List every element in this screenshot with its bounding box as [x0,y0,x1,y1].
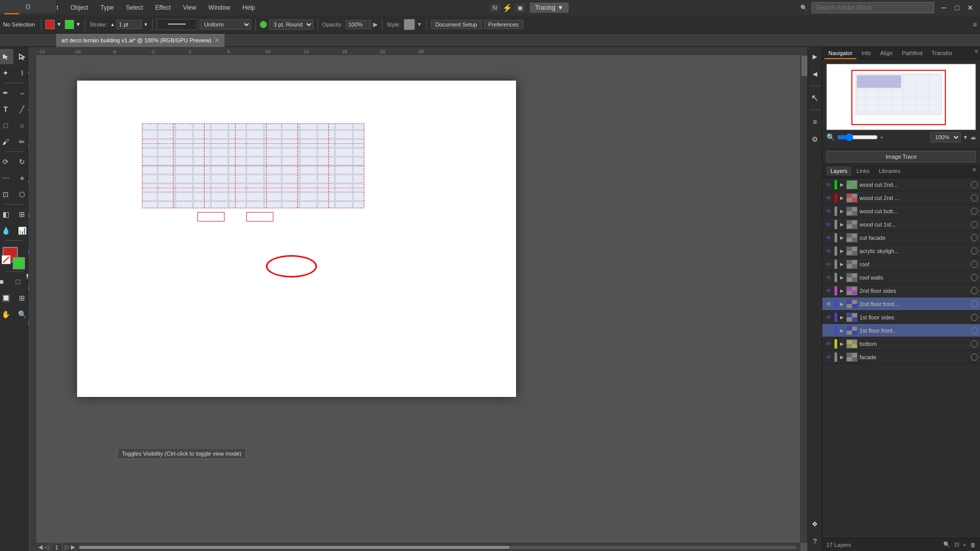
tab-info[interactable]: Info [857,48,875,59]
layer-expand-icon[interactable]: ▶ [838,274,845,281]
document-setup-button[interactable]: Document Setup [431,20,482,29]
mesh-tool[interactable]: ⊞ [14,207,30,222]
layer-visibility-toggle[interactable]: 👁 [824,220,832,229]
chart-tool[interactable]: 📊 [14,223,30,238]
zoom-glass-tool[interactable]: 🔍 [14,307,30,322]
zoom-select[interactable]: 100% [930,132,961,142]
perspective-tool[interactable]: ⬡ [14,187,30,202]
tab-align[interactable]: Align [876,48,896,59]
layer-search-icon[interactable]: 🔍 [943,541,950,548]
layer-row[interactable]: 👁▶bottom [822,337,980,350]
minimize-button[interactable]: ─ [938,2,949,13]
scroll-next-icon[interactable]: ▷ [65,544,69,550]
eyedropper-tool[interactable]: 💧 [0,223,13,238]
menu-view[interactable]: View [181,3,199,12]
collapse-icon[interactable]: ❖ [807,516,823,532]
layer-visibility-toggle[interactable]: 👁 [824,181,832,189]
layer-target-circle[interactable] [971,194,978,202]
scroll-right-icon[interactable]: ▶ [71,544,75,550]
uniform-select[interactable]: Uniform Variable Width [200,19,251,30]
properties-icon[interactable]: ▶ [807,49,823,64]
layer-row[interactable]: 👁▶roof [822,258,980,271]
tracing-button[interactable]: Tracing ▼ [530,3,568,13]
layer-visibility-toggle[interactable]: 👁 [824,287,832,295]
background-color[interactable] [13,257,25,269]
magic-wand-tool[interactable]: ✦ [0,65,13,81]
envelope-tool[interactable]: ⊡ [0,187,13,202]
image-trace-button[interactable]: Image Trace [826,151,976,162]
rotate-tool[interactable]: ↻ [14,154,30,169]
adobe-stock-search[interactable] [812,2,934,13]
fill-square[interactable]: ■ [0,274,9,289]
layer-row[interactable]: 👁▶wood cut 2nd ... [822,191,980,205]
paintbrush-tool[interactable]: 🖌 [0,134,13,149]
selection-tool[interactable] [0,49,13,64]
zoom-out-icon[interactable]: 🔍 [826,133,835,141]
layer-expand-icon[interactable]: ▶ [838,247,845,255]
layer-row[interactable]: 👁▶2nd floor front... [822,297,980,311]
tab-links[interactable]: Links [852,166,874,176]
layer-visibility-toggle[interactable]: 👁 [824,353,832,361]
opacity-input[interactable] [346,20,371,29]
layer-target-circle[interactable] [971,287,978,294]
lasso-tool[interactable]: ⌇ [14,65,30,81]
stroke-swatch[interactable] [65,20,74,29]
layer-target-circle[interactable] [971,340,978,347]
layer-visibility-toggle[interactable]: 👁 [824,313,832,321]
pencil-tool[interactable]: ✏ [14,134,30,149]
style-dropdown-icon[interactable]: ▼ [417,21,422,27]
layer-row[interactable]: 👁▶1st floor front... [822,324,980,337]
expand-panel-icon[interactable]: ◀ [807,66,823,82]
brush-select[interactable]: 3 pt. Round [269,19,313,30]
layer-expand-icon[interactable]: ▶ [838,181,845,188]
layer-visibility-toggle[interactable]: 👁 [824,247,832,255]
zoom-in-icon[interactable]: + [880,134,883,140]
rectangle-tool[interactable]: □ [0,118,13,133]
layer-visibility-toggle[interactable]: 👁 [824,273,832,282]
layer-row[interactable]: 👁▶cut facade [822,231,980,244]
layer-expand-icon[interactable]: ▶ [838,340,845,347]
stroke-profile-selector[interactable]: ━━━━━ [157,19,198,30]
panel-toggle[interactable]: ⟨⟩ [0,0,56,13]
layer-visibility-toggle[interactable]: 👁 [824,300,832,308]
menu-select[interactable]: Select [124,3,145,12]
menu-effect[interactable]: Effect [153,3,173,12]
h-scrollbar-track[interactable] [79,546,796,549]
layer-expand-icon[interactable]: ▶ [838,208,845,215]
tab-close-icon[interactable]: ✕ [214,37,219,44]
none-swatch[interactable] [2,255,11,264]
scroll-left-icon[interactable]: ◀ [38,544,42,550]
align-icon[interactable]: ≡ [807,114,823,130]
tracing-dropdown-icon[interactable]: ▼ [557,4,564,11]
layer-target-circle[interactable] [971,314,978,321]
zoom-tool[interactable]: 🔲 [0,290,13,306]
reshape-tool[interactable]: ⋄ [14,170,30,186]
layer-row[interactable]: 👁▶1st floor sides [822,311,980,324]
layer-row[interactable]: 👁▶wood cut 2nd... [822,178,980,191]
shaper-tool[interactable]: ⟳ [0,154,13,169]
stroke-weight-input[interactable] [116,20,142,29]
layer-row[interactable]: 👁▶2nd floor sides [822,284,980,297]
layer-target-circle[interactable] [971,274,978,281]
layer-expand-icon[interactable]: ▶ [838,261,845,268]
help-icon[interactable]: ? [807,534,823,549]
line-tool[interactable]: ╱ [14,102,30,117]
layer-target-circle[interactable] [971,221,978,228]
hand-tool[interactable]: ✋ [0,307,13,322]
layer-expand-icon[interactable]: ▶ [838,234,845,241]
scroll-prev-icon[interactable]: ◁ [44,544,48,550]
horizontal-scrollbar[interactable]: ◀ ◁ 1 ▷ ▶ [36,543,800,551]
tab-transform[interactable]: Transfor [927,48,957,59]
pen-tool[interactable]: ✒ [0,85,13,101]
layer-row[interactable]: 👁▶wood cut 1st... [822,218,980,231]
layer-expand-icon[interactable]: ▶ [838,327,845,334]
layer-expand-icon[interactable]: ▶ [838,300,845,308]
document-tab[interactable]: art deco terrain building v1.ai* @ 100% … [56,34,225,47]
menu-type[interactable]: Type [99,3,116,12]
layer-visibility-toggle[interactable]: 👁 [824,327,832,335]
layer-visibility-toggle[interactable]: 👁 [824,260,832,268]
layer-visibility-toggle[interactable]: 👁 [824,340,832,348]
fill-swatch[interactable] [45,20,55,29]
layer-row[interactable]: 👁▶facade [822,350,980,364]
page-number[interactable]: 1 [51,543,63,552]
